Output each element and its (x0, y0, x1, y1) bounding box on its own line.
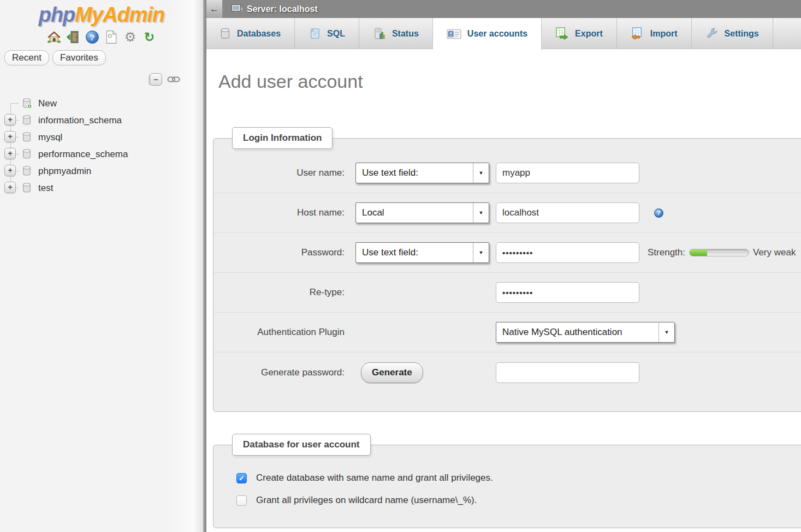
tree-item-performance-schema[interactable]: + performance_schema (0, 146, 203, 163)
create-database-label: Create database with same name and grant… (256, 473, 493, 483)
retype-password-input[interactable] (496, 282, 639, 303)
grant-wildcard-checkbox[interactable]: ✓ (236, 495, 247, 506)
strength-fill (690, 249, 707, 256)
generate-password-row: Generate password: Generate (214, 352, 801, 392)
generate-button[interactable]: Generate (361, 362, 423, 383)
database-tree: New + information_schema + mysql + perfo… (0, 95, 203, 196)
username-row: User name: Use text field: ▼ (214, 153, 801, 193)
expand-icon[interactable]: + (4, 114, 16, 125)
tab-export[interactable]: Export (542, 18, 617, 49)
database-icon (22, 149, 32, 159)
hostname-help-icon[interactable]: ? (654, 208, 663, 218)
help-icon[interactable]: ? (85, 30, 99, 45)
collapse-navigation-button[interactable]: ← (206, 0, 223, 18)
tab-label: Import (650, 29, 678, 39)
username-label: User name: (227, 168, 345, 178)
home-icon[interactable] (46, 30, 61, 45)
expand-icon[interactable]: + (4, 182, 16, 193)
tab-label: User accounts (467, 29, 527, 39)
password-type-select[interactable]: Use text field: ▼ (355, 242, 489, 263)
documentation-icon-graphic (105, 30, 118, 44)
create-database-checkbox[interactable]: ✓ (236, 473, 247, 483)
database-icon (22, 183, 32, 193)
import-icon (631, 27, 644, 40)
page-title: Add user account (218, 71, 363, 92)
tree-item-label: information_schema (38, 115, 122, 126)
tab-sql[interactable]: SQL (295, 18, 359, 49)
status-icon (373, 27, 386, 40)
hostname-row: Host name: Local ▼ ? (214, 193, 801, 233)
tab-import[interactable]: Import (617, 18, 692, 49)
strength-text: Very weak (753, 247, 796, 258)
expand-icon[interactable]: + (4, 131, 16, 142)
reload-navigation-icon[interactable]: ↻ (142, 30, 157, 45)
hostname-type-select[interactable]: Local ▼ (355, 202, 489, 223)
tree-item-label: mysql (38, 132, 62, 143)
chevron-down-icon: ▼ (473, 163, 489, 183)
username-type-select[interactable]: Use text field: ▼ (355, 163, 489, 183)
auth-plugin-row: Authentication Plugin Native MySQL authe… (214, 313, 801, 352)
phpmyadmin-logo[interactable]: phpMyAdmin (0, 3, 203, 27)
tree-item-phpmyadmin[interactable]: + phpmyadmin (0, 163, 203, 180)
select-value: Local (356, 207, 473, 218)
expand-icon[interactable]: + (4, 165, 16, 176)
server-icon (232, 4, 243, 14)
server-title[interactable]: Server: localhost (247, 4, 318, 14)
auth-plugin-select[interactable]: Native MySQL authentication ▼ (496, 322, 675, 343)
login-information-legend: Login Information (232, 127, 333, 149)
create-database-option[interactable]: ✓ Create database with same name and gra… (236, 473, 801, 483)
tab-databases[interactable]: Databases (206, 18, 295, 49)
database-icon (22, 115, 32, 125)
auth-plugin-label: Authentication Plugin (227, 327, 345, 338)
database-icon (22, 166, 32, 176)
tree-item-test[interactable]: + test (0, 180, 203, 196)
tab-status[interactable]: Status (359, 18, 433, 49)
hostname-label: Host name: (227, 207, 345, 218)
tree-item-label: New (38, 98, 57, 109)
tab-settings[interactable]: Settings (692, 18, 773, 49)
tree-item-label: test (38, 183, 53, 194)
sql-icon (308, 27, 321, 40)
tree-item-information-schema[interactable]: + information_schema (0, 112, 203, 129)
tree-item-new[interactable]: New (0, 95, 203, 112)
collapse-all-button[interactable]: − (150, 73, 162, 86)
login-information-fieldset: Login Information User name: Use text fi… (213, 138, 801, 412)
chevron-down-icon: ▼ (473, 203, 489, 223)
chevron-down-icon: ▼ (658, 322, 674, 342)
password-input[interactable] (496, 242, 639, 263)
settings-wrench-icon (705, 27, 719, 40)
tab-label: Export (575, 29, 603, 39)
navigation-filters: Recent Favorites (4, 50, 203, 65)
logo-myadmin-text: MyAdmin (75, 3, 164, 26)
expand-icon[interactable]: + (4, 148, 16, 159)
navigation-toolbar: ? ⚙ ↻ (0, 29, 203, 45)
server-breadcrumb: Server: localhost (223, 0, 801, 18)
username-input[interactable] (496, 163, 639, 183)
select-value: Native MySQL authentication (496, 327, 658, 338)
select-value: Use text field: (356, 168, 473, 178)
password-label: Password: (227, 247, 345, 258)
home-icon-graphic (47, 30, 61, 44)
strength-label: Strength: (648, 247, 685, 258)
grant-wildcard-option[interactable]: ✓ Grant all privileges on wildcard name … (236, 495, 801, 506)
favorites-dropdown[interactable]: Favorites (52, 50, 106, 65)
tab-user-accounts[interactable]: User accounts (433, 18, 542, 50)
navigation-panel: phpMyAdmin ? (0, 0, 203, 532)
database-for-user-account-legend: Database for user account (232, 434, 371, 456)
tree-controls: − (0, 72, 180, 86)
gear-glyph: ⚙ (124, 31, 137, 44)
tree-item-mysql[interactable]: + mysql (0, 129, 203, 146)
link-with-main-panel-icon[interactable] (167, 76, 180, 83)
server-tabs: Databases SQL (206, 18, 801, 49)
tab-label: Status (392, 29, 419, 39)
select-value: Use text field: (356, 247, 473, 258)
generated-password-input[interactable] (496, 362, 639, 383)
settings-gear-icon[interactable]: ⚙ (123, 30, 138, 45)
recent-dropdown[interactable]: Recent (4, 50, 49, 65)
top-header-bar: ← Server: localhost (206, 0, 801, 18)
export-icon (555, 27, 569, 40)
hostname-input[interactable] (496, 202, 639, 223)
documentation-icon[interactable] (104, 30, 118, 45)
logout-icon[interactable] (66, 30, 80, 45)
logo-php-text: php (39, 3, 75, 26)
